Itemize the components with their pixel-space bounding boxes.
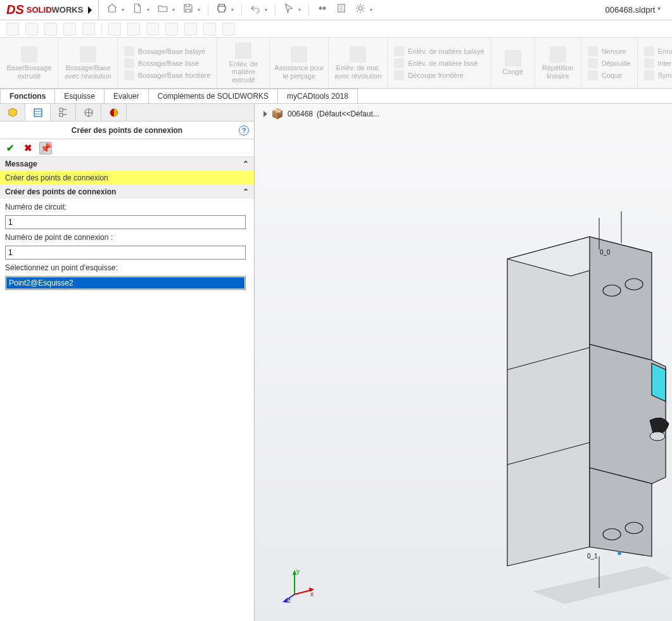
tab-evaluer[interactable]: Evaluer: [104, 89, 149, 103]
ribbon-label: Nervure: [602, 47, 626, 55]
model-rendering: 0_0 0_1: [469, 211, 672, 604]
tool-icon[interactable]: [63, 23, 76, 35]
tool-icon[interactable]: [165, 23, 178, 35]
separator: [241, 4, 242, 16]
dropdown-caret-icon[interactable]: ▾: [298, 7, 301, 13]
boundary-boss-button[interactable]: Bossage/Base frontière: [124, 70, 210, 80]
tool-icon[interactable]: [146, 23, 159, 35]
fillet-button[interactable]: Congé: [495, 50, 531, 75]
svg-marker-27: [652, 363, 666, 401]
ok-button[interactable]: ✔: [4, 142, 16, 154]
intersect-button[interactable]: Intersection: [644, 58, 673, 68]
display-manager-tab[interactable]: [101, 104, 127, 121]
tab-mycadtools[interactable]: myCADtools 2018: [277, 89, 358, 103]
ribbon-group-features2b: Bossage/Base balayé Bossage/Base lissé B…: [118, 38, 217, 88]
rebuild-icon[interactable]: [317, 3, 328, 17]
svg-rect-14: [60, 108, 63, 111]
configuration-manager-tab[interactable]: [51, 104, 76, 121]
ribbon-label: Enlèv. de mat. avec révolution: [333, 64, 383, 79]
revolved-boss-button[interactable]: Bossage/Base avec révolution: [63, 46, 113, 79]
tab-fonctions[interactable]: Fonctions: [0, 89, 55, 103]
logo-works: WORKS: [52, 5, 84, 15]
hole-wizard-button[interactable]: Assistance pour le perçage: [274, 46, 324, 79]
rib-button[interactable]: Nervure: [588, 46, 631, 56]
swept-cut-button[interactable]: Enlèv. de matière balayé: [394, 46, 484, 56]
document-filename: 006468.sldprt *: [605, 5, 672, 15]
svg-point-35: [650, 432, 665, 441]
tool-icon[interactable]: [44, 23, 57, 35]
tool-icon[interactable]: [82, 23, 95, 35]
lofted-cut-button[interactable]: Enlèv. de matière lissé: [394, 58, 484, 68]
home-icon[interactable]: [106, 3, 118, 17]
tool-icon[interactable]: [25, 23, 38, 35]
help-icon[interactable]: ?: [239, 125, 249, 135]
part-icon: 📦: [271, 108, 284, 120]
selection-box[interactable]: Point2@Esquisse2: [5, 276, 246, 290]
boundary-cut-button[interactable]: Découpe frontière: [394, 70, 484, 80]
select-icon[interactable]: [283, 3, 295, 17]
ribbon-group-revcut: Enlèv. de mat. avec révolution: [329, 38, 388, 88]
print-icon[interactable]: [216, 3, 227, 17]
tool-icon[interactable]: [203, 23, 216, 35]
shell-button[interactable]: Coque: [588, 70, 631, 80]
ribbon: Base/Bossage extrudé Bossage/Base avec r…: [0, 38, 672, 89]
ribbon-group-cut: Enlèv. de matière extrudé: [217, 38, 270, 88]
triad-x-label: x: [310, 591, 314, 598]
input-circuit-number[interactable]: [5, 215, 246, 229]
annotation-bottom: 0_1: [587, 553, 598, 560]
section-header-message[interactable]: Message ⌃: [0, 157, 254, 171]
new-file-icon[interactable]: [132, 3, 143, 17]
revolved-cut-button[interactable]: Enlèv. de mat. avec révolution: [333, 46, 383, 79]
dropdown-caret-icon[interactable]: ▾: [231, 7, 234, 13]
manager-tabs: [0, 104, 254, 122]
dropdown-caret-icon[interactable]: ▾: [198, 7, 200, 13]
file-props-icon[interactable]: [336, 3, 347, 17]
lofted-boss-button[interactable]: Bossage/Base lissé: [124, 58, 210, 68]
menu-expand-icon[interactable]: [88, 6, 92, 14]
tool-icon[interactable]: [222, 23, 235, 35]
property-manager-tab[interactable]: [25, 104, 51, 121]
selected-sketch-point[interactable]: Point2@Esquisse2: [6, 277, 244, 289]
linear-pattern-button[interactable]: Répétition linéaire: [539, 46, 577, 79]
flyout-feature-tree[interactable]: 📦 006468 (Défaut<<Défaut...: [263, 108, 379, 120]
swept-boss-button[interactable]: Bossage/Base balayé: [124, 46, 210, 56]
save-icon[interactable]: [182, 3, 194, 17]
tab-complements[interactable]: Compléments de SOLIDWORKS: [148, 89, 278, 103]
dropdown-caret-icon[interactable]: ▾: [122, 7, 124, 13]
config-name: (Défaut<<Défaut...: [317, 110, 379, 118]
label-select-sketch-point: Sélectionnez un point d'esquisse:: [5, 263, 249, 272]
dropdown-caret-icon[interactable]: ▾: [147, 7, 149, 13]
separator: [101, 23, 102, 35]
svg-rect-11: [34, 109, 42, 116]
ribbon-label: Symétrie: [658, 72, 673, 79]
dropdown-caret-icon[interactable]: ▾: [370, 7, 372, 13]
tool-icon[interactable]: [127, 23, 140, 35]
options-gear-icon[interactable]: [355, 3, 366, 17]
expand-tree-icon[interactable]: [263, 111, 267, 117]
tab-esquisse[interactable]: Esquisse: [54, 89, 105, 103]
open-file-icon[interactable]: [157, 3, 168, 17]
mirror-button[interactable]: Symétrie: [644, 70, 673, 80]
input-cpoint-number[interactable]: [5, 246, 246, 260]
dropdown-caret-icon[interactable]: ▾: [265, 7, 267, 13]
tool-icon[interactable]: [6, 23, 19, 35]
ribbon-label: Découpe frontière: [408, 72, 463, 79]
dimxpert-manager-tab[interactable]: [76, 104, 101, 121]
wrap-button[interactable]: Enroulement: [644, 46, 673, 56]
extruded-boss-button[interactable]: Base/Bossage extrudé: [4, 46, 54, 79]
ribbon-group-misc1: Nervure Dépouille Coque: [581, 38, 638, 88]
undo-icon[interactable]: [250, 3, 261, 17]
graphics-viewport[interactable]: 📦 006468 (Défaut<<Défaut...: [255, 104, 672, 621]
extruded-cut-button[interactable]: Enlèv. de matière extrudé: [221, 42, 265, 83]
feature-manager-tab[interactable]: [0, 104, 25, 121]
draft-button[interactable]: Dépouille: [588, 58, 631, 68]
cancel-button[interactable]: ✖: [22, 142, 34, 154]
pin-button[interactable]: 📌: [39, 142, 52, 154]
tool-icon[interactable]: [184, 23, 197, 35]
annotation-top: 0_0: [600, 249, 611, 256]
tool-icon[interactable]: [108, 23, 121, 35]
section-header-form[interactable]: Créer des points de connexion ⌃: [0, 185, 254, 199]
ribbon-label: Assistance pour le perçage: [274, 64, 324, 79]
svg-point-1: [323, 7, 326, 10]
dropdown-caret-icon[interactable]: ▾: [172, 7, 175, 13]
